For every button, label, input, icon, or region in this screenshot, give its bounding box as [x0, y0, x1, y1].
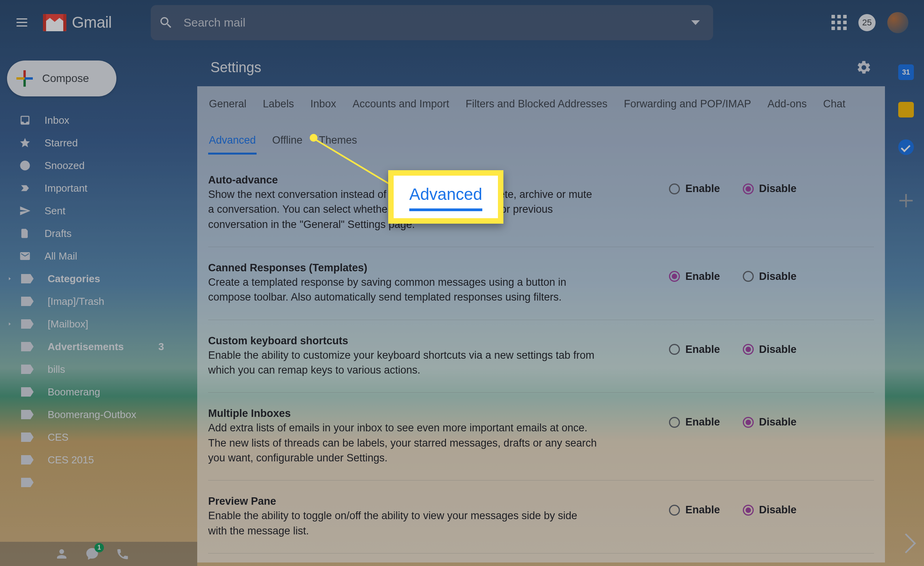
gmail-logo[interactable]: Gmail [43, 14, 112, 31]
settings-rows: Auto-advanceShow the next conversation i… [197, 155, 885, 554]
sidebar-item-label: Snoozed [45, 160, 85, 172]
tab-inbox[interactable]: Inbox [310, 94, 337, 116]
sidebar-item-label: Starred [45, 137, 78, 149]
label-icon [21, 297, 34, 306]
notifications-badge[interactable]: 25 [858, 14, 876, 31]
search-options-caret-icon[interactable] [691, 20, 700, 25]
tab-chat[interactable]: Chat [822, 94, 846, 116]
setting-text: Preview PaneEnable the ability to toggle… [208, 495, 599, 538]
setting-options: EnableDisable [669, 174, 797, 232]
sidebar-item-categories[interactable]: Categories [0, 267, 187, 290]
settings-tabs: GeneralLabelsInboxAccounts and ImportFil… [197, 86, 885, 155]
enable-option[interactable]: Enable [669, 416, 720, 428]
sidebar-item-boomerang-outbox[interactable]: Boomerang-Outbox [0, 403, 187, 426]
sidebar-item-inbox[interactable]: Inbox [0, 109, 187, 132]
hangouts-icon[interactable]: 1 [85, 547, 99, 561]
sidebar-item-starred[interactable]: Starred [0, 132, 187, 154]
sidebar-item-bills[interactable]: bills [0, 358, 187, 381]
file-icon [18, 226, 32, 240]
setting-title: Custom keyboard shortcuts [208, 335, 599, 347]
sidebar-item-empty[interactable] [0, 471, 187, 494]
radio-icon [669, 505, 680, 516]
sidebar-item-advertisements[interactable]: Advertisements3 [0, 335, 187, 358]
setting-row-preview-pane: Preview PaneEnable the ability to toggle… [208, 481, 874, 554]
mail-icon [18, 249, 32, 263]
enable-option[interactable]: Enable [669, 183, 720, 195]
search-input[interactable] [184, 16, 691, 29]
sidebar-item-all-mail[interactable]: All Mail [0, 245, 187, 267]
tab-advanced[interactable]: Advanced [208, 130, 257, 155]
compose-button[interactable]: Compose [7, 61, 116, 96]
hamburger-icon [16, 18, 27, 27]
sidebar-item-label: [Mailbox] [48, 318, 88, 330]
settings-panel: Settings GeneralLabelsInboxAccounts and … [197, 49, 885, 566]
disable-option[interactable]: Disable [743, 416, 797, 428]
disable-option[interactable]: Disable [743, 183, 797, 195]
search-bar[interactable] [151, 5, 713, 40]
tab-general[interactable]: General [208, 94, 247, 116]
collapse-sidebar-icon[interactable] [896, 534, 916, 554]
radio-icon [743, 505, 754, 516]
gmail-icon [43, 14, 66, 31]
keep-addon-icon[interactable] [898, 102, 914, 117]
setting-row-custom-keyboard-shortcuts: Custom keyboard shortcutsEnable the abil… [208, 320, 874, 393]
setting-desc: Enable the ability to toggle on/off the … [208, 508, 599, 538]
disable-option[interactable]: Disable [743, 271, 797, 283]
calendar-addon-icon[interactable]: 31 [898, 64, 914, 80]
tab-forwarding-and-pop-imap[interactable]: Forwarding and POP/IMAP [623, 94, 752, 116]
header-right: 25 [831, 12, 908, 33]
sidebar-item-snoozed[interactable]: Snoozed [0, 154, 187, 177]
tab-labels[interactable]: Labels [262, 94, 295, 116]
sidebar-item-drafts[interactable]: Drafts [0, 222, 187, 245]
get-addons-icon[interactable] [899, 194, 913, 207]
tab-add-ons[interactable]: Add-ons [767, 94, 808, 116]
sidebar-item--mailbox-[interactable]: [Mailbox] [0, 313, 187, 335]
tab-accounts-and-import[interactable]: Accounts and Import [352, 94, 450, 116]
app-header: Gmail 25 [0, 0, 924, 45]
tab-filters-and-blocked-addresses[interactable]: Filters and Blocked Addresses [465, 94, 608, 116]
sidebar-item-important[interactable]: Important [0, 177, 187, 199]
enable-label: Enable [685, 504, 720, 516]
enable-label: Enable [685, 271, 720, 283]
account-avatar[interactable] [887, 12, 908, 33]
radio-icon [743, 344, 754, 355]
sidebar-item-ces-2015[interactable]: CES 2015 [0, 449, 187, 471]
setting-title: Canned Responses (Templates) [208, 262, 599, 274]
radio-icon [743, 417, 754, 428]
tasks-addon-icon[interactable] [898, 139, 914, 155]
setting-title: Preview Pane [208, 495, 599, 507]
label-icon [21, 478, 34, 487]
sidebar-folder-list: InboxStarredSnoozedImportantSentDraftsAl… [0, 109, 187, 494]
enable-option[interactable]: Enable [669, 271, 720, 283]
disable-option[interactable]: Disable [743, 504, 797, 516]
gear-icon[interactable] [856, 60, 872, 75]
disable-option[interactable]: Disable [743, 344, 797, 356]
contacts-icon[interactable] [55, 547, 69, 561]
setting-desc: Show the next conversation instead of yo… [208, 187, 599, 232]
enable-label: Enable [685, 416, 720, 428]
sidebar-item-label: CES [48, 431, 68, 443]
radio-icon [669, 417, 680, 428]
disable-label: Disable [759, 183, 797, 195]
tab-themes[interactable]: Themes [318, 130, 358, 155]
sidebar-item-label: Boomerang-Outbox [48, 409, 136, 421]
enable-option[interactable]: Enable [669, 344, 720, 356]
logo-text: Gmail [72, 14, 112, 31]
tab-offline[interactable]: Offline [271, 130, 303, 155]
label-icon [21, 433, 34, 442]
disable-label: Disable [759, 504, 797, 516]
label-icon [21, 342, 34, 351]
sidebar-item-boomerang[interactable]: Boomerang [0, 381, 187, 403]
sidebar-item-ces[interactable]: CES [0, 426, 187, 449]
setting-row-auto-advance: Auto-advanceShow the next conversation i… [208, 155, 874, 247]
inbox-icon [18, 113, 32, 127]
disable-label: Disable [759, 344, 797, 356]
google-apps-icon[interactable] [831, 15, 847, 30]
enable-option[interactable]: Enable [669, 504, 720, 516]
phone-icon[interactable] [116, 547, 130, 561]
sidebar-item--imap-trash[interactable]: [Imap]/Trash [0, 290, 187, 313]
setting-desc: Add extra lists of emails in your inbox … [208, 420, 599, 465]
setting-text: Custom keyboard shortcutsEnable the abil… [208, 335, 599, 378]
sidebar-item-sent[interactable]: Sent [0, 199, 187, 222]
main-menu-button[interactable] [12, 13, 31, 32]
